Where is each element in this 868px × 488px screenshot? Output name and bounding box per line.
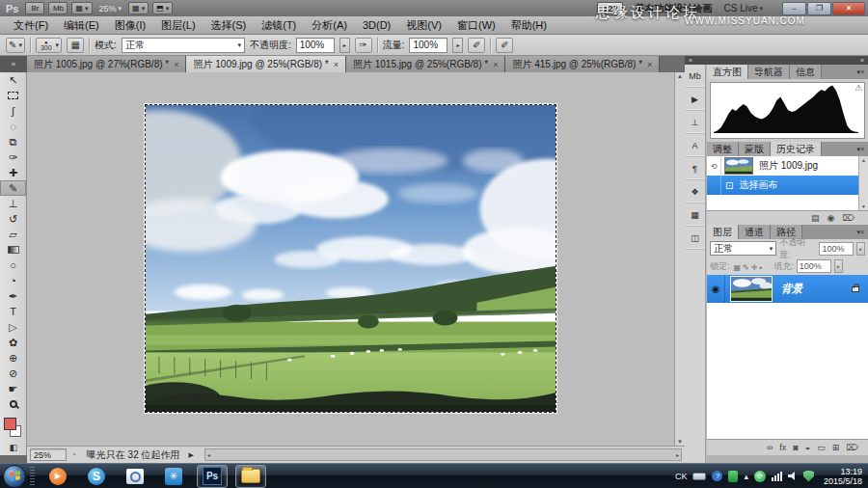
layer-comps-icon[interactable]: ◫	[685, 227, 705, 250]
history-snapshot-row[interactable]: ⟲ 照片 1009.jpg	[707, 156, 868, 176]
history-step-source-cell[interactable]	[707, 176, 721, 195]
opacity-slider-button[interactable]: ▸	[339, 38, 350, 53]
history-scrollbar[interactable]: ▲▼	[858, 156, 868, 210]
toggle-brush-panel-button[interactable]: ▦	[67, 38, 84, 53]
gradient-tool[interactable]	[0, 242, 26, 258]
doc-tab-1009[interactable]: 照片 1009.jpg @ 25%(RGB/8) * ×	[186, 56, 345, 72]
lock-all-icon[interactable]: ▪	[758, 263, 763, 272]
menu-help[interactable]: 帮助(H)	[503, 16, 555, 35]
crop-tool[interactable]: ⧉	[0, 134, 26, 149]
antivirus-tray-icon[interactable]: ⟳	[754, 471, 766, 482]
doc-tab-1015[interactable]: 照片 1015.jpg @ 25%(RGB/8) * ×	[346, 56, 505, 72]
minimize-button[interactable]: –	[782, 2, 806, 15]
dodge-tool[interactable]: ◔	[0, 273, 26, 288]
eraser-tool[interactable]: ▱	[0, 227, 26, 242]
flow-field[interactable]: 100%	[409, 38, 448, 53]
blend-mode-select[interactable]: 正常▾	[122, 38, 245, 53]
panel-menu-icon[interactable]: ▾≡	[853, 225, 868, 239]
launch-minibridge-button[interactable]: Mb	[48, 2, 68, 14]
tool-preset-picker[interactable]: ✎▾	[6, 38, 25, 53]
language-bar-icon[interactable]	[692, 473, 706, 480]
guides-grid-button[interactable]: ▦▾	[71, 2, 92, 14]
cloud-app-taskbar-button[interactable]: ✳	[158, 465, 189, 488]
type-tool[interactable]: T	[0, 304, 26, 319]
media-player-taskbar-button[interactable]: ▶	[42, 465, 73, 488]
menu-analysis[interactable]: 分析(A)	[304, 16, 355, 35]
menu-3d[interactable]: 3D(D)	[355, 16, 398, 35]
scroll-right-icon[interactable]: ▸	[676, 451, 679, 458]
volume-icon[interactable]	[788, 472, 798, 481]
brush-preset-picker[interactable]: ●300 ▾	[36, 38, 62, 53]
scroll-down-icon[interactable]: ▼	[677, 439, 683, 445]
menu-layer[interactable]: 图层(L)	[153, 16, 203, 35]
security-shield-icon[interactable]	[803, 471, 814, 482]
menu-view[interactable]: 视图(V)	[398, 16, 449, 35]
marquee-tool[interactable]	[0, 88, 26, 103]
vertical-scrollbar[interactable]: ▲ ▼	[674, 72, 685, 446]
move-tool[interactable]: ↖	[0, 72, 26, 88]
new-snapshot-icon[interactable]: ◉	[827, 212, 834, 225]
layers-fill-field[interactable]: 100%	[797, 259, 831, 273]
arrange-documents-button[interactable]: ▦▾	[128, 2, 149, 14]
link-layers-icon[interactable]: ∞	[767, 442, 773, 454]
status-options-icon[interactable]: ▶	[189, 451, 194, 459]
layer-row-background[interactable]: ◉ 背景	[707, 275, 868, 303]
healing-brush-tool[interactable]: ✚	[0, 165, 26, 180]
histogram-warning-icon[interactable]: ⚠	[854, 83, 862, 93]
start-button[interactable]	[3, 465, 26, 488]
tab-layers[interactable]: 图层	[707, 225, 739, 239]
workspace-badge-123[interactable]: 123	[597, 2, 623, 14]
layers-opacity-field[interactable]: 100%	[819, 242, 854, 256]
flow-slider-button[interactable]: ▸	[452, 38, 463, 53]
menu-select[interactable]: 选择(S)	[203, 16, 255, 35]
mini-bridge-icon[interactable]: Mb	[685, 65, 705, 88]
tab-adjustments[interactable]: 调整	[707, 142, 739, 156]
menu-window[interactable]: 窗口(W)	[449, 16, 503, 35]
screen-mode-button[interactable]: ⬒▾	[152, 2, 173, 14]
network-icon[interactable]	[772, 472, 782, 481]
workspace-painting[interactable]: 绘画	[692, 3, 712, 14]
image-viewer-taskbar-button[interactable]	[120, 465, 150, 488]
status-zoom-field[interactable]: 25%	[30, 448, 67, 461]
doc-tab-1005[interactable]: 照片 1005.jpg @ 27%(RGB/8) * ×	[27, 56, 186, 72]
horizontal-scrollbar[interactable]: ◂ ▸	[204, 448, 682, 461]
tab-masks[interactable]: 蒙版	[739, 142, 771, 156]
history-brush-source-icon[interactable]: ⟲	[707, 156, 721, 176]
taskbar-clock[interactable]: 13:19 2015/5/18	[820, 467, 862, 486]
menu-edit[interactable]: 编辑(E)	[56, 16, 107, 35]
usb-tray-icon[interactable]	[728, 471, 738, 482]
eyedropper-tool[interactable]: ✑	[0, 149, 26, 165]
clone-stamp-tool[interactable]: ⊥	[0, 196, 26, 211]
history-brush-tool[interactable]: ↺	[0, 211, 26, 227]
quick-mask-button[interactable]: ◧	[0, 441, 27, 454]
hand-tool[interactable]: ☛	[0, 381, 26, 396]
cs-live-button[interactable]: CS Live▾	[723, 3, 763, 14]
lock-transparency-icon[interactable]: ▦	[733, 263, 743, 272]
delete-state-icon[interactable]: ⌦	[842, 212, 854, 225]
opacity-field[interactable]: 100%	[296, 38, 335, 53]
menu-image[interactable]: 图像(I)	[107, 16, 153, 35]
pen-tool[interactable]: ✒	[0, 288, 26, 304]
tab-close-icon[interactable]: ×	[647, 60, 652, 69]
tab-close-icon[interactable]: ×	[334, 60, 339, 69]
new-layer-icon[interactable]: ⊞	[832, 442, 840, 454]
swatches-icon[interactable]: ❖	[685, 180, 705, 203]
character-icon[interactable]: A	[685, 134, 705, 157]
restore-button[interactable]: ❐	[807, 2, 831, 15]
tab-close-icon[interactable]: ×	[493, 60, 498, 69]
quick-selection-tool[interactable]: ◌	[0, 119, 26, 134]
explorer-taskbar-button[interactable]	[235, 465, 266, 488]
scroll-left-icon[interactable]: ◂	[207, 451, 210, 458]
workspace-design[interactable]: 设计	[673, 3, 692, 14]
tablet-opacity-button[interactable]: ✑	[355, 38, 372, 53]
custom-shape-tool[interactable]: ✿	[0, 335, 26, 350]
layers-fill-slider[interactable]: ▸	[834, 259, 843, 273]
path-selection-tool[interactable]: ▷	[0, 319, 26, 335]
tab-channels[interactable]: 通道	[739, 225, 771, 239]
tab-info[interactable]: 信息	[790, 65, 822, 79]
delete-layer-icon[interactable]: ⌦	[846, 442, 858, 454]
clone-source-icon[interactable]: ⊥	[685, 111, 705, 134]
doc-tab-415[interactable]: 照片 415.jpg @ 25%(RGB/8) * ×	[505, 56, 660, 72]
tab-histogram[interactable]: 直方图	[707, 65, 748, 79]
3d-rotate-tool[interactable]: ⊕	[0, 350, 26, 366]
